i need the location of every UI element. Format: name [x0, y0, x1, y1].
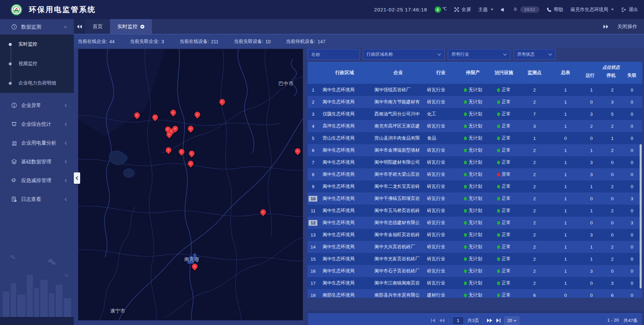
- table-row-6[interactable]: 7 阆中生态环境局 阆中明阳建材有限公司 砖瓦行业 无计划 正常 2 1 3 0…: [308, 156, 642, 168]
- bullet-dot-icon: [9, 62, 12, 65]
- cell-offline: 0: [622, 100, 642, 105]
- close-operations-button[interactable]: 关闭操作: [617, 23, 637, 30]
- table-row-16[interactable]: 17 阆中生态环境局 阆中市江南镇阆南页岩 砖瓦行业 无计划 正常 2 1 0 …: [308, 277, 642, 289]
- cell-offline: 0: [622, 148, 642, 153]
- sidebar-subitem-1[interactable]: 视频监控: [0, 54, 74, 73]
- table-row-8[interactable]: 9 阆中生态环境局 阆中市二龙长宝页岩砖 砖瓦行业 无计划 正常 2 1 1 2…: [308, 180, 642, 193]
- table-row-13[interactable]: 14 阆中生态环境局 阆中大兴页岩机砖厂 砖瓦行业 无计划 正常 2 1 1 2…: [308, 241, 642, 253]
- cell-monitor-points: 2: [518, 220, 551, 225]
- tabs-scroll-left-button[interactable]: [74, 19, 85, 34]
- cell-industry: 砖瓦行业: [426, 87, 456, 93]
- table-header: 行政区域 企业 行业 停限产 治污设施 监测点 总表 点位状态 运行 停机 失联: [308, 62, 642, 84]
- table-row-15[interactable]: 16 阆中生态环境局 阆中市石子页岩机砖厂 砖瓦行业 无计划 正常 2 1 3 …: [308, 265, 642, 277]
- bullet-dot-icon: [9, 82, 12, 85]
- mute-button[interactable]: [501, 7, 505, 12]
- prev-page-button[interactable]: [439, 318, 445, 323]
- cell-production-status: 无计划: [456, 159, 490, 165]
- sidebar-item-2[interactable]: 企业综合统计: [0, 115, 74, 133]
- cell-total-meters: 1: [551, 184, 580, 189]
- stat-item-0: 当前在线企业 44: [78, 39, 114, 45]
- tab-0[interactable]: 首页: [85, 19, 110, 34]
- cell-production-status: 无计划: [456, 123, 490, 129]
- cell-company: 西南油气田分公司川中: [371, 111, 426, 117]
- sidebar-item-1[interactable]: 企业异常: [0, 96, 74, 115]
- tab-1[interactable]: 实时监控: [110, 19, 152, 34]
- cell-total-meters: 1: [551, 269, 580, 274]
- industry-filter-select[interactable]: 所有行业: [448, 49, 511, 60]
- divider: [483, 318, 483, 323]
- table-row-3[interactable]: 4 高坪生态环境局 南充市高坪区王家店建 砖瓦行业 无计划 正常 3 1 2 2…: [308, 120, 642, 132]
- sidebar-item-6[interactable]: 日志查看: [0, 190, 74, 209]
- cell-region: 高坪生态环境局: [319, 123, 371, 129]
- status-dot-green-icon: [464, 185, 467, 188]
- table-scrollbar[interactable]: [640, 144, 642, 288]
- stat-item-1: 当前失联企业 3: [130, 39, 164, 45]
- logout-button[interactable]: 退出: [621, 7, 638, 13]
- table-row-9[interactable]: 10 阆中生态环境局 阆中千佛镇五郎垭页岩 砖瓦行业 无计划 正常 2 1 0 …: [308, 193, 642, 205]
- cell-production-status: 无计划: [456, 208, 490, 214]
- cell-running: 1: [580, 245, 603, 250]
- cell-monitor-points: 6: [518, 293, 551, 298]
- cell-facility-status: 正常: [490, 220, 518, 226]
- table-row-14[interactable]: 15 阆中生态环境局 阆中市光富页岩机砖厂 砖瓦行业 无计划 正常 2 1 1 …: [308, 253, 642, 265]
- name-filter-input[interactable]: [308, 49, 360, 60]
- status-filter-select[interactable]: 所有状态: [514, 49, 556, 60]
- cell-monitor-points: 2: [518, 184, 551, 189]
- cell-region: 阆中生态环境局: [319, 244, 371, 250]
- table-row-5[interactable]: 6 阆中生态环境局 阆中市金博瑞新型墙材 砖瓦行业 无计划 正常 2 1 1 2…: [308, 144, 642, 156]
- next-page-button[interactable]: [487, 318, 492, 323]
- row-index: 7: [309, 160, 317, 165]
- page-number-input[interactable]: 1: [452, 317, 464, 325]
- col-index: [308, 62, 319, 84]
- chevron-down-icon: [491, 9, 493, 10]
- table-row-11[interactable]: 12 阆中生态环境局 阆中市忠信建材有限公 砖瓦行业 无计划 正常 2 1 0 …: [308, 217, 642, 229]
- chevron-down-icon: [437, 53, 441, 56]
- cell-total-meters: 1: [551, 281, 580, 286]
- sidebar-subitem-0[interactable]: 实时监控: [0, 35, 74, 54]
- table-row-4[interactable]: 5 营山生态环境局 营山县润丰肉食品有限 食品 无计划 正常 1 0 0 1 0: [308, 132, 642, 144]
- table-row-1[interactable]: 2 阆中生态环境局 阆中市南方节能建材有 砖瓦行业 无计划 正常 2 1 0 3…: [308, 96, 642, 108]
- page-size-select[interactable]: 20: [504, 317, 519, 325]
- sidebar-item-5[interactable]: 应急减排管理: [0, 171, 74, 190]
- map-basemap: [78, 49, 303, 320]
- sidebar-subitem-2[interactable]: 企业电力负荷明细: [0, 73, 74, 93]
- table-row-10[interactable]: 11 阆中生态环境局 阆中市五马桥页岩机砖 砖瓦行业 无计划 正常 2 1 1 …: [308, 205, 642, 217]
- status-dot-green-icon: [464, 112, 467, 116]
- cell-stopped: 0: [603, 160, 622, 165]
- chevron-left-icon: [65, 104, 67, 107]
- sidebar-item-4[interactable]: 基础数据管理: [0, 152, 74, 171]
- enterprise-table: 行政区域 企业 行业 停限产 治污设施 监测点 总表 点位状态 运行 停机 失联: [308, 62, 642, 313]
- table-row-17[interactable]: 18 南部生态环境局 南部县兴华水泥有限公 建材行业 无计划 正常 6 0 0 …: [308, 289, 642, 298]
- cell-region: 阆中生态环境局: [319, 268, 371, 274]
- sidebar-item-0[interactable]: 数据监测: [0, 19, 74, 35]
- theme-dropdown[interactable]: 主题: [478, 7, 493, 13]
- map-panel[interactable]: 巴中市南充市遂宁市: [78, 49, 303, 320]
- notifications[interactable]: 2632: [513, 6, 539, 13]
- cell-facility-status: 正常: [490, 292, 518, 298]
- status-dot-green-icon: [464, 269, 467, 273]
- cell-stopped: 1: [603, 136, 622, 141]
- sidebar-collapse-button[interactable]: [74, 172, 80, 184]
- page-range-label: 1 - 20: [607, 318, 619, 324]
- last-page-button[interactable]: [496, 318, 501, 323]
- cell-production-status: 无计划: [456, 171, 490, 177]
- tabs-scroll-right-button[interactable]: [603, 24, 608, 29]
- col-industry: 行业: [426, 62, 456, 84]
- sidebar-item-3[interactable]: 企业用电量分析: [0, 133, 74, 152]
- cell-company: 南部县兴华水泥有限公: [371, 292, 426, 298]
- user-org-dropdown[interactable]: 南充市生态环境局: [571, 7, 614, 13]
- region-filter-select[interactable]: 行政区域名称: [363, 49, 445, 60]
- fullscreen-button[interactable]: 全屏: [454, 7, 471, 13]
- cell-total-meters: 1: [551, 124, 580, 129]
- table-row-7[interactable]: 8 阆中生态环境局 阆中市枣碧大梁山页岩 砖瓦行业 无计划 异常 2 1 3 0…: [308, 168, 642, 180]
- first-page-button[interactable]: [431, 318, 435, 323]
- col-facility: 治污设施: [490, 62, 518, 84]
- cell-industry: 砖瓦行业: [426, 196, 456, 202]
- stat-item-2: 当前在线设备 211: [179, 39, 218, 45]
- help-button[interactable]: 帮助: [547, 7, 563, 13]
- table-row-2[interactable]: 3 仪陇生态环境局 西南油气田分公司川中 化工 无计划 正常 7 1 3 5 0: [308, 108, 642, 120]
- cell-facility-status: 正常: [490, 123, 518, 129]
- table-row-0[interactable]: 1 阆中生态环境局 阆中强锐页岩砖厂 砖瓦行业 无计划 正常 2 1 1 2 0: [308, 84, 642, 96]
- status-dot-green-icon: [497, 209, 500, 213]
- table-row-12[interactable]: 13 阆中生态环境局 阆中市金福旺页岩机砖 砖瓦行业 无计划 正常 2 1 3 …: [308, 229, 642, 241]
